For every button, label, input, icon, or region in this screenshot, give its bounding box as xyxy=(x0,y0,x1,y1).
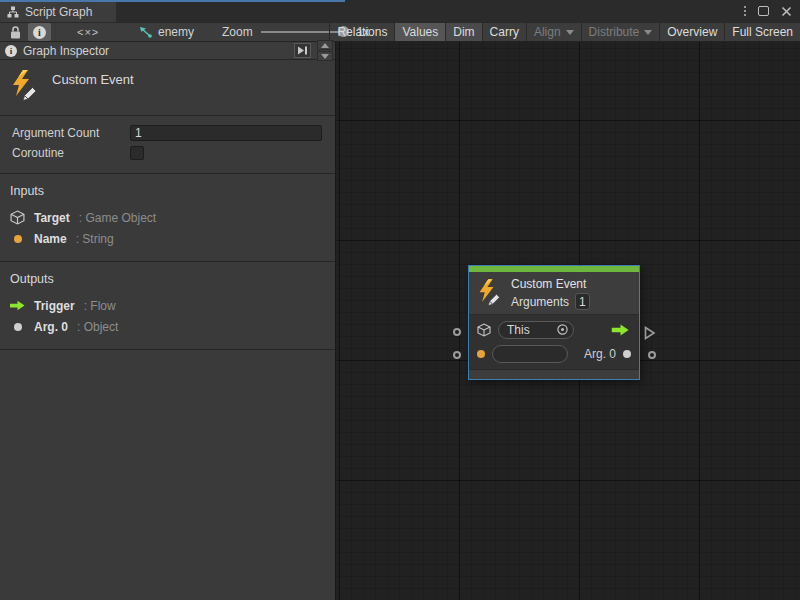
unit-title: Custom Event xyxy=(52,69,134,103)
graph-inspector-panel: i Graph Inspector Custom Event xyxy=(0,42,336,600)
node-header[interactable]: Custom Event Arguments 1 xyxy=(469,272,639,315)
node-target-row: This xyxy=(477,319,631,340)
spinner-up-button[interactable] xyxy=(317,40,333,50)
info-icon: i xyxy=(33,26,46,39)
window-controls xyxy=(744,4,792,18)
panel-spinner xyxy=(317,40,333,61)
node-footer xyxy=(469,369,639,379)
lock-button[interactable] xyxy=(5,23,26,41)
graph-inspector-header: i Graph Inspector xyxy=(0,42,335,60)
align-dropdown[interactable]: Align xyxy=(526,23,581,41)
toolbar-button-group: Relations Values Dim Carry Align Distrib… xyxy=(329,23,800,41)
argument-count-row: Argument Count xyxy=(12,123,323,143)
arg0-input-field[interactable] xyxy=(492,345,568,363)
inputs-heading: Inputs xyxy=(10,184,325,198)
dim-button[interactable]: Dim xyxy=(445,23,481,41)
edit-script-button[interactable]: <×> xyxy=(72,23,104,41)
close-icon[interactable] xyxy=(781,6,792,17)
argument-count-input[interactable] xyxy=(130,125,322,141)
output-port-row: Trigger : Flow xyxy=(10,295,325,316)
coroutine-checkbox[interactable] xyxy=(130,146,144,160)
script-graph-window: Script Graph i <×> xyxy=(0,0,800,600)
maximize-icon[interactable] xyxy=(758,6,769,16)
input-port-row: Name : String xyxy=(10,228,325,249)
chevron-down-icon xyxy=(644,30,652,35)
custom-event-icon xyxy=(477,278,503,308)
string-value-icon xyxy=(477,350,485,358)
inspector-toggle-button[interactable]: i xyxy=(28,23,51,41)
target-object-value: This xyxy=(507,323,530,337)
triangle-down-icon xyxy=(321,54,329,59)
inspector-title: Graph Inspector xyxy=(23,44,109,58)
full-screen-button[interactable]: Full Screen xyxy=(724,23,800,41)
outputs-heading: Outputs xyxy=(10,272,325,286)
coroutine-label: Coroutine xyxy=(12,146,130,160)
graph-ref-label[interactable]: enemy xyxy=(158,25,194,39)
object-value-icon xyxy=(14,323,22,331)
node-body: This xyxy=(469,315,639,367)
carry-button[interactable]: Carry xyxy=(482,23,526,41)
custom-event-icon xyxy=(10,69,40,103)
graph-toolbar: i <×> enemy Zoom 1x Relations xyxy=(0,22,800,42)
output-flow-port[interactable] xyxy=(644,326,656,340)
overview-button[interactable]: Overview xyxy=(659,23,724,41)
distribute-dropdown[interactable]: Distribute xyxy=(581,23,660,41)
argument-count-label: Argument Count xyxy=(12,126,130,140)
node-arg0-row: Arg. 0 xyxy=(477,343,631,364)
node-title: Custom Event xyxy=(511,276,590,293)
tab-bar: Script Graph xyxy=(0,0,800,22)
custom-event-node[interactable]: Custom Event Arguments 1 This xyxy=(468,265,640,380)
target-object-field[interactable]: This xyxy=(498,321,574,339)
object-picker-icon[interactable] xyxy=(556,323,569,336)
output-port-row: Arg. 0 : Object xyxy=(10,316,325,337)
input-value-port[interactable] xyxy=(453,351,461,359)
coroutine-row: Coroutine xyxy=(12,143,323,163)
flow-arrow-icon xyxy=(610,324,631,336)
zoom-label: Zoom xyxy=(222,25,253,39)
window-menu-icon[interactable] xyxy=(744,6,746,16)
output-value-port[interactable] xyxy=(648,351,656,359)
chevron-down-icon xyxy=(566,30,574,35)
outputs-section: Outputs Trigger : Flow Arg. 0 : Object xyxy=(0,262,335,350)
triangle-up-icon xyxy=(321,43,329,48)
graph-pointer-icon xyxy=(138,26,152,38)
values-button[interactable]: Values xyxy=(394,23,445,41)
cube-icon xyxy=(477,323,491,337)
arguments-count-badge[interactable]: 1 xyxy=(575,293,590,310)
input-port-row: Target : Game Object xyxy=(10,207,325,228)
string-value-icon xyxy=(14,235,22,243)
graph-canvas[interactable]: Custom Event Arguments 1 This xyxy=(337,42,800,600)
input-flow-port[interactable] xyxy=(453,328,461,336)
unit-summary: Custom Event xyxy=(0,60,335,116)
cube-icon xyxy=(10,210,25,225)
node-arguments-row: Arguments 1 xyxy=(511,293,590,310)
arguments-label: Arguments xyxy=(511,295,569,309)
relations-button[interactable]: Relations xyxy=(329,23,394,41)
graph-hierarchy-icon xyxy=(7,6,19,18)
info-icon: i xyxy=(5,45,17,57)
tab-script-graph[interactable]: Script Graph xyxy=(0,2,116,22)
lock-icon xyxy=(10,26,21,39)
spinner-down-button[interactable] xyxy=(317,51,333,61)
unit-settings: Argument Count Coroutine xyxy=(0,116,335,174)
tab-label: Script Graph xyxy=(25,5,92,19)
inputs-section: Inputs Target : Game Object Name : Strin… xyxy=(0,174,335,262)
dock-panel-button[interactable] xyxy=(294,43,311,58)
object-value-icon xyxy=(623,350,631,358)
code-icon: <×> xyxy=(77,26,99,38)
flow-arrow-icon xyxy=(10,300,25,311)
arg0-label: Arg. 0 xyxy=(584,347,616,361)
dock-right-icon xyxy=(297,46,308,55)
